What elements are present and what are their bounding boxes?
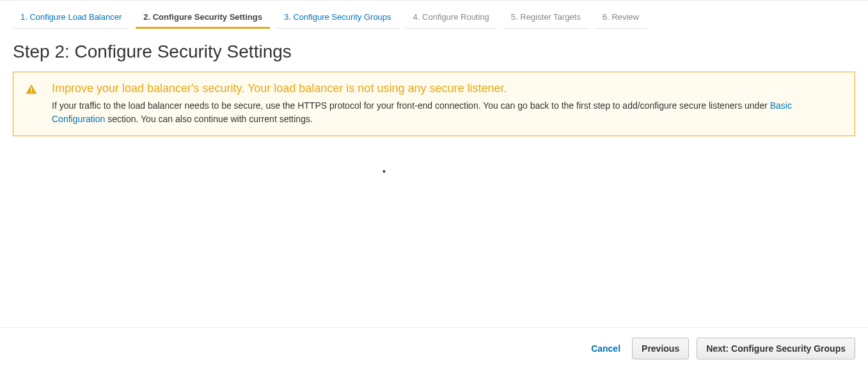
alert-text: If your traffic to the load balancer nee… [52, 99, 843, 126]
warning-icon [25, 83, 38, 98]
alert-content: Improve your load balancer's security. Y… [52, 82, 843, 126]
cancel-button[interactable]: Cancel [587, 338, 624, 359]
svg-rect-0 [31, 88, 32, 91]
alert-text-before: If your traffic to the load balancer nee… [52, 100, 770, 111]
alert-text-after: section. You can also continue with curr… [105, 114, 313, 124]
step-configure-routing: 4. Configure Routing [406, 7, 497, 29]
svg-rect-1 [31, 91, 32, 93]
wizard-steps: 1. Configure Load Balancer 2. Configure … [13, 1, 855, 29]
next-button[interactable]: Next: Configure Security Groups [697, 338, 855, 359]
page-title: Step 2: Configure Security Settings [13, 42, 855, 62]
previous-button[interactable]: Previous [632, 338, 689, 359]
dot-marker: • [383, 166, 386, 177]
step-review: 6. Review [595, 7, 647, 29]
security-warning-alert: Improve your load balancer's security. Y… [13, 72, 855, 136]
step-register-targets: 5. Register Targets [503, 7, 588, 29]
alert-title: Improve your load balancer's security. Y… [52, 82, 843, 95]
step-configure-load-balancer[interactable]: 1. Configure Load Balancer [13, 7, 129, 29]
step-configure-security-groups[interactable]: 3. Configure Security Groups [276, 7, 399, 29]
wizard-footer: Cancel Previous Next: Configure Security… [0, 327, 868, 369]
step-configure-security-settings[interactable]: 2. Configure Security Settings [136, 7, 270, 29]
